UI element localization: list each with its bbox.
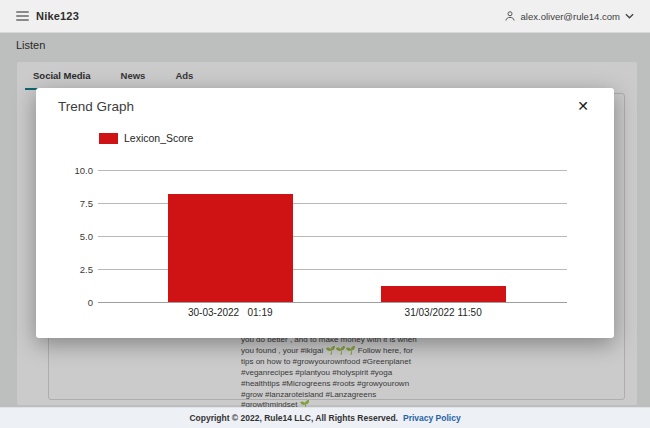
chart-legend: Lexicon_Score bbox=[99, 132, 193, 144]
y-axis-tick-label: 5.0 bbox=[80, 231, 93, 242]
bar-Lexicon_Score[interactable] bbox=[381, 286, 506, 302]
user-icon bbox=[504, 10, 516, 22]
y-axis-tick-label: 0 bbox=[88, 297, 93, 308]
brand-name[interactable]: Nike123 bbox=[36, 10, 79, 22]
y-axis-tick-label: 2.5 bbox=[80, 264, 93, 275]
legend-swatch bbox=[99, 133, 118, 144]
bar-Lexicon_Score[interactable] bbox=[168, 194, 293, 302]
topbar-left: Nike123 bbox=[16, 10, 79, 22]
x-axis-tick-label: 31/03/2022 11:50 bbox=[405, 307, 482, 318]
legend-label: Lexicon_Score bbox=[124, 132, 193, 144]
gridline bbox=[98, 170, 567, 171]
copyright-text: Copyright © 2022, Rule14 LLC, All Rights… bbox=[189, 413, 398, 423]
y-axis-tick-label: 10.0 bbox=[75, 165, 94, 176]
menu-icon[interactable] bbox=[16, 11, 29, 21]
chevron-down-icon bbox=[625, 13, 634, 19]
trend-graph-modal: Trend Graph ✕ Lexicon_Score 10.07.55.02.… bbox=[36, 88, 614, 338]
y-axis: 10.07.55.02.50 bbox=[36, 170, 93, 302]
x-axis-tick-label: 30-03-2022 01:19 bbox=[188, 307, 273, 318]
y-axis-tick-label: 7.5 bbox=[80, 198, 93, 209]
user-email: alex.oliver@rule14.com bbox=[521, 11, 620, 22]
app-window: Nike123 alex.oliver@rule14.com Listen So… bbox=[0, 0, 650, 428]
modal-title: Trend Graph bbox=[58, 99, 134, 114]
gridline bbox=[98, 302, 567, 303]
user-menu[interactable]: alex.oliver@rule14.com bbox=[504, 10, 634, 22]
topbar: Nike123 alex.oliver@rule14.com bbox=[0, 0, 650, 33]
close-icon[interactable]: ✕ bbox=[572, 95, 594, 117]
privacy-policy-link[interactable]: Privacy Policy bbox=[403, 413, 461, 423]
footer: Copyright © 2022, Rule14 LLC, All Rights… bbox=[0, 407, 650, 428]
plot-area: 30-03-2022 01:1931/03/2022 11:50 bbox=[98, 170, 567, 302]
